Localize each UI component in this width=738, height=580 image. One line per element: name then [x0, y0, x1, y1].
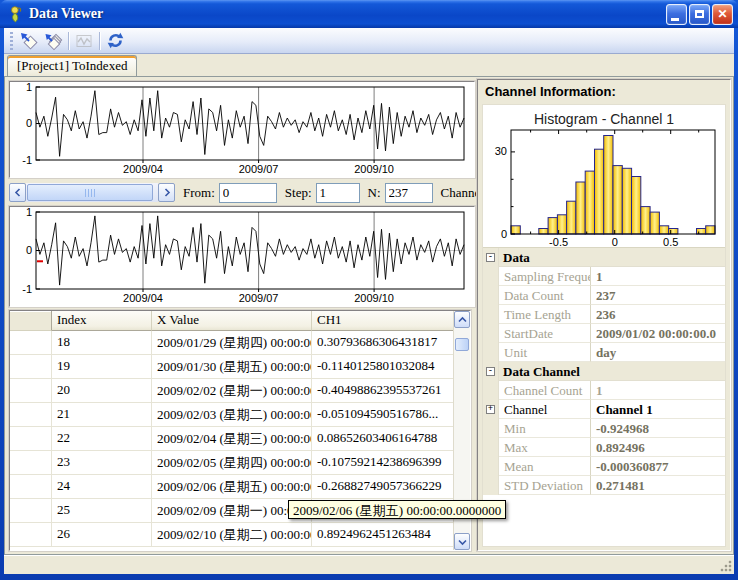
cell-ch1[interactable]: -0.26882749057366229 [312, 475, 453, 499]
row-header-cell[interactable] [10, 427, 52, 451]
row-header-cell[interactable] [10, 451, 52, 475]
resize-grip[interactable] [719, 559, 732, 572]
cell-index[interactable]: 19 [52, 355, 152, 379]
toolbar-grip-handle[interactable] [9, 32, 14, 50]
row-header-cell[interactable] [10, 311, 52, 331]
property-row[interactable]: +ChannelChannel 1 [483, 400, 725, 419]
row-header-cell[interactable] [10, 523, 52, 547]
tab-project1-toindexed[interactable]: [Project1] ToIndexed [7, 55, 137, 76]
property-value[interactable]: 237 [591, 286, 725, 305]
collapse-icon[interactable]: - [486, 253, 495, 262]
cell-index[interactable]: 26 [52, 523, 152, 547]
plot-scrollbar[interactable] [9, 183, 175, 202]
row-header-cell[interactable] [10, 379, 52, 403]
property-category-row[interactable]: -Data Channel [483, 362, 725, 381]
n-input[interactable] [385, 183, 433, 203]
property-value[interactable]: 236 [591, 305, 725, 324]
row-header-cell[interactable] [10, 331, 52, 355]
property-label: Max [499, 438, 591, 457]
cell-xvalue[interactable]: 2009/02/03 (星期二) 00:00:00... [152, 403, 312, 427]
refresh-icon[interactable] [103, 30, 127, 52]
cell-index[interactable]: 18 [52, 331, 152, 355]
table-row[interactable]: 192009/01/30 (星期五) 00:00:00...-0.1140125… [10, 355, 470, 379]
property-row[interactable]: Sampling Frequency1 [483, 267, 725, 286]
property-value[interactable]: day [591, 343, 725, 362]
cell-ch1[interactable]: 0.08652603406164788 [312, 427, 453, 451]
property-row[interactable]: Time Length236 [483, 305, 725, 324]
row-header-cell[interactable] [10, 403, 52, 427]
property-row[interactable]: StartDate2009/01/02 00:00:00.0 [483, 324, 725, 343]
collapse-icon[interactable]: - [486, 367, 495, 376]
channel-information-title: Channel Information: [478, 80, 730, 104]
histogram-title: Histogram - Channel 1 [483, 105, 725, 127]
cell-ch1[interactable]: -0.051094590516786... [312, 403, 453, 427]
cell-index[interactable]: 24 [52, 475, 152, 499]
table-row[interactable]: 202009/02/02 (星期一) 00:00:00...-0.4049886… [10, 379, 470, 403]
cell-xvalue[interactable]: 2009/02/04 (星期三) 00:00:00... [152, 427, 312, 451]
property-value[interactable]: 0.892496 [591, 438, 725, 457]
scroll-right-button[interactable] [158, 183, 175, 202]
row-header-cell[interactable] [10, 355, 52, 379]
timeseries-plot-bottom[interactable]: 10-12009/042009/072009/10 [9, 206, 475, 307]
property-row[interactable]: Data Count237 [483, 286, 725, 305]
x-tick-label: 2009/07 [239, 292, 279, 304]
cell-index[interactable]: 25 [52, 499, 152, 523]
export-diamonds-icon[interactable] [41, 30, 65, 52]
cell-index[interactable]: 23 [52, 451, 152, 475]
expand-icon[interactable]: + [486, 405, 495, 414]
cell-ch1[interactable]: -0.40498862395537261 [312, 379, 453, 403]
table-row[interactable]: 212009/02/03 (星期二) 00:00:00...-0.0510945… [10, 403, 470, 427]
cell-index[interactable]: 21 [52, 403, 152, 427]
table-scroll-down-button[interactable] [454, 533, 470, 550]
plot-scrollbar-track[interactable] [26, 183, 158, 202]
cell-ch1[interactable]: 0.30793686306431817 [312, 331, 453, 355]
property-row[interactable]: Max0.892496 [483, 438, 725, 457]
cell-ch1[interactable]: -0.10759214238696399 [312, 451, 453, 475]
property-row[interactable]: Min-0.924968 [483, 419, 725, 438]
cell-xvalue[interactable]: 2009/01/30 (星期五) 00:00:00... [152, 355, 312, 379]
row-header-cell[interactable] [10, 499, 52, 523]
column-header-ch1[interactable]: CH1 [312, 311, 453, 331]
property-value[interactable]: -0.000360877 [591, 457, 725, 476]
property-value[interactable]: -0.924968 [591, 419, 725, 438]
property-value[interactable]: 2009/01/02 00:00:00.0 [591, 324, 725, 343]
property-value[interactable]: 1 [591, 381, 725, 400]
column-header-xvalue[interactable]: X Value [152, 311, 312, 331]
window-title: Data Viewer [29, 6, 666, 22]
cell-xvalue[interactable]: 2009/02/02 (星期一) 00:00:00... [152, 379, 312, 403]
cell-index[interactable]: 20 [52, 379, 152, 403]
table-scrollbar-thumb[interactable] [455, 338, 469, 351]
cell-xvalue[interactable]: 2009/02/10 (星期二) 00:00:00... [152, 523, 312, 547]
table-row[interactable]: 182009/01/29 (星期四) 00:00:00...0.30793686… [10, 331, 470, 355]
property-value[interactable]: 1 [591, 267, 725, 286]
property-row[interactable]: Channel Count1 [483, 381, 725, 400]
property-category-row[interactable]: -Data [483, 248, 725, 267]
cell-xvalue[interactable]: 2009/01/29 (星期四) 00:00:00... [152, 331, 312, 355]
export-diamond-icon[interactable] [17, 30, 41, 52]
scroll-left-button[interactable] [9, 183, 26, 202]
cell-ch1[interactable]: 0.8924962451263484 [312, 523, 453, 547]
table-scroll-up-button[interactable] [454, 311, 470, 328]
step-input[interactable] [316, 183, 360, 203]
timeseries-plot-top[interactable]: 10-12009/042009/072009/10 [9, 81, 475, 178]
property-value[interactable]: 0.271481 [591, 476, 725, 495]
plot-scrollbar-thumb[interactable] [27, 184, 153, 201]
property-row[interactable]: Unitday [483, 343, 725, 362]
table-row[interactable]: 262009/02/10 (星期二) 00:00:00...0.89249624… [10, 523, 470, 547]
cell-xvalue[interactable]: 2009/02/05 (星期四) 00:00:00... [152, 451, 312, 475]
cell-xvalue[interactable]: 2009/02/06 (星期五) 00:00:00... [152, 475, 312, 499]
property-row[interactable]: STD Deviation0.271481 [483, 476, 725, 495]
from-input[interactable] [219, 183, 277, 203]
cell-index[interactable]: 22 [52, 427, 152, 451]
close-button[interactable]: ✕ [712, 4, 733, 25]
table-row[interactable]: 232009/02/05 (星期四) 00:00:00...-0.1075921… [10, 451, 470, 475]
table-row[interactable]: 222009/02/04 (星期三) 00:00:00...0.08652603… [10, 427, 470, 451]
property-value[interactable]: Channel 1 [591, 400, 725, 419]
column-header-index[interactable]: Index [52, 311, 152, 331]
maximize-button[interactable] [689, 4, 710, 25]
property-row[interactable]: Mean-0.000360877 [483, 457, 725, 476]
cell-ch1[interactable]: -0.1140125801032084 [312, 355, 453, 379]
minimize-button[interactable] [666, 4, 687, 25]
table-row[interactable]: 242009/02/06 (星期五) 00:00:00...-0.2688274… [10, 475, 470, 499]
row-header-cell[interactable] [10, 475, 52, 499]
